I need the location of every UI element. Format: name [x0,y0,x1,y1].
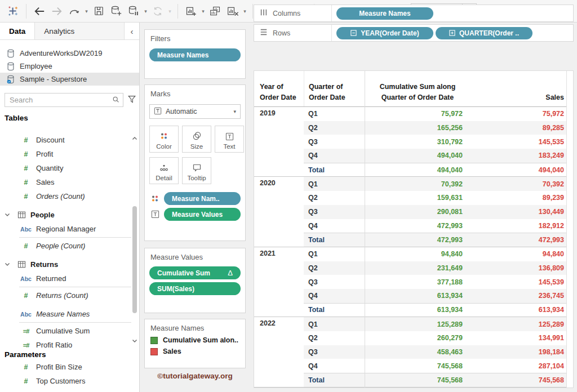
sales-value[interactable]: 70,392 [471,180,567,188]
field-item[interactable]: AbcReturned [0,271,139,286]
legend-item[interactable]: Sales [145,346,245,357]
duplicate-sheet-icon[interactable] [207,3,224,19]
datasource-item[interactable]: AdventureWorksDW2019 [0,47,139,60]
rows-shelf[interactable]: Rows YEAR(Order Date)QUARTER(Order .. [254,24,574,42]
field-item[interactable]: #Profit Bin Size [0,360,139,374]
sales-value[interactable]: 94,840 [471,250,567,258]
quarter-label[interactable]: Q3 [304,348,365,356]
cumulative-value[interactable]: 472,993 [365,222,471,230]
sales-value[interactable]: 745,568 [471,376,567,384]
cumulative-value[interactable]: 260,279 [365,334,471,342]
sales-value[interactable]: 472,993 [471,236,567,244]
mark-type-dropdown[interactable]: Automatic ▾ [149,104,241,119]
sales-value[interactable]: 89,285 [471,124,567,132]
cumulative-value[interactable]: 494,040 [365,152,471,159]
cumulative-value[interactable]: 494,040 [365,166,471,174]
cumulative-value[interactable]: 159,631 [365,194,471,202]
quarter-label[interactable]: Q1 [304,110,365,118]
year-label[interactable]: 2021 [254,247,304,317]
cumulative-value[interactable]: 472,993 [365,236,471,244]
field-item[interactable]: #Quantity [0,161,139,175]
total-label[interactable]: Total [304,376,365,384]
col-header-year[interactable]: Year of Order Date [254,82,304,106]
field-item[interactable]: #Discount [0,133,139,147]
quarter-label[interactable]: Q2 [304,124,365,132]
plus-box-icon[interactable] [449,30,455,36]
total-label[interactable]: Total [304,236,365,244]
filter-pill[interactable]: Measure Names [149,48,241,61]
sales-value[interactable]: 136,809 [471,264,567,272]
quarter-label[interactable]: Q2 [304,334,365,342]
sales-value[interactable]: 613,934 [471,306,567,314]
total-label[interactable]: Total [304,166,365,174]
collapse-pane-icon[interactable]: ‹ [125,23,139,39]
col-header-cumulative[interactable]: Cumulative Sum along Quarter of Order Da… [365,82,471,106]
quarter-label[interactable]: Q3 [304,278,365,286]
datasource-item[interactable]: Sample - Superstore [0,73,139,86]
table-scroll-gutter[interactable] [566,71,573,387]
sales-value[interactable]: 198,184 [471,348,567,356]
redo-icon[interactable] [66,3,83,19]
field-item[interactable]: =#Cumulative Sum [0,324,139,338]
field-item[interactable]: #Profit [0,147,139,161]
cumulative-value[interactable]: 745,568 [365,376,471,384]
save-icon[interactable] [90,3,107,19]
quarter-label[interactable]: Q3 [304,138,365,146]
cumulative-value[interactable]: 75,972 [365,110,471,118]
quarter-label[interactable]: Q4 [304,222,365,230]
shelf-pill[interactable]: Measure Names [336,7,433,20]
quarter-label[interactable]: Q2 [304,264,365,272]
field-group-returns[interactable]: Returns [0,257,139,271]
marks-pill[interactable]: Measure Nam.. [164,192,241,205]
new-worksheet-icon[interactable] [183,3,199,19]
field-item[interactable]: #People (Count) [0,239,139,253]
cumulative-value[interactable]: 613,934 [365,306,471,314]
field-item[interactable]: #Sales [0,175,139,189]
year-label[interactable]: 2022 [254,317,304,386]
cumulative-value[interactable]: 613,934 [365,292,471,300]
quarter-label[interactable]: Q2 [304,194,365,202]
cumulative-value[interactable]: 231,649 [365,264,471,272]
cumulative-value[interactable]: 745,568 [365,362,471,370]
shelf-pill[interactable]: QUARTER(Order .. [436,27,532,39]
field-scrollbar[interactable] [131,133,138,348]
pause-datasource-icon[interactable] [125,3,142,19]
year-label[interactable]: 2020 [254,177,304,246]
sales-value[interactable]: 125,289 [471,320,567,328]
columns-shelf[interactable]: Columns Measure Names [254,5,574,22]
legend-item[interactable]: Cumulative Sum alon.. [145,335,245,346]
col-header-quarter[interactable]: Quarter of Order Date [304,71,365,106]
quarter-label[interactable]: Q1 [304,320,365,328]
tab-data[interactable]: Data [0,23,34,39]
quarter-label[interactable]: Q4 [304,292,365,300]
cumulative-value[interactable]: 377,188 [365,278,471,286]
field-item[interactable]: #Orders (Count) [0,189,139,203]
shelf-pill[interactable]: YEAR(Order Date) [336,27,433,39]
measure-value-pill[interactable]: SUM(Sales) [149,282,241,295]
back-icon[interactable] [31,3,48,19]
sales-value[interactable]: 89,239 [471,194,567,202]
cumulative-value[interactable]: 125,289 [365,320,471,328]
color-button[interactable]: Color [149,126,179,153]
sales-value[interactable]: 287,104 [471,362,567,370]
sales-value[interactable]: 182,912 [471,222,567,230]
scrollbar-thumb[interactable] [132,206,137,313]
dropdown-caret-icon[interactable]: ▾ [200,8,206,14]
cumulative-value[interactable]: 310,792 [365,138,471,146]
cumulative-value[interactable]: 165,256 [365,124,471,132]
cumulative-value[interactable]: 458,463 [365,348,471,356]
text-button[interactable]: Text [215,126,244,153]
quarter-label[interactable]: Q4 [304,152,365,159]
chevron-down-icon[interactable] [5,262,12,266]
detail-button[interactable]: Detail [149,157,179,184]
dropdown-caret-icon[interactable]: ▾ [83,8,90,14]
total-label[interactable]: Total [304,306,365,314]
cumulative-value[interactable]: 70,392 [365,180,471,188]
sales-value[interactable]: 145,535 [471,138,567,146]
sales-value[interactable]: 236,745 [471,292,567,300]
search-input[interactable] [8,95,110,105]
add-datasource-icon[interactable] [108,3,125,19]
minus-box-icon[interactable] [350,30,357,36]
quarter-label[interactable]: Q4 [304,362,365,370]
tooltip-button[interactable]: Tooltip [182,157,211,184]
